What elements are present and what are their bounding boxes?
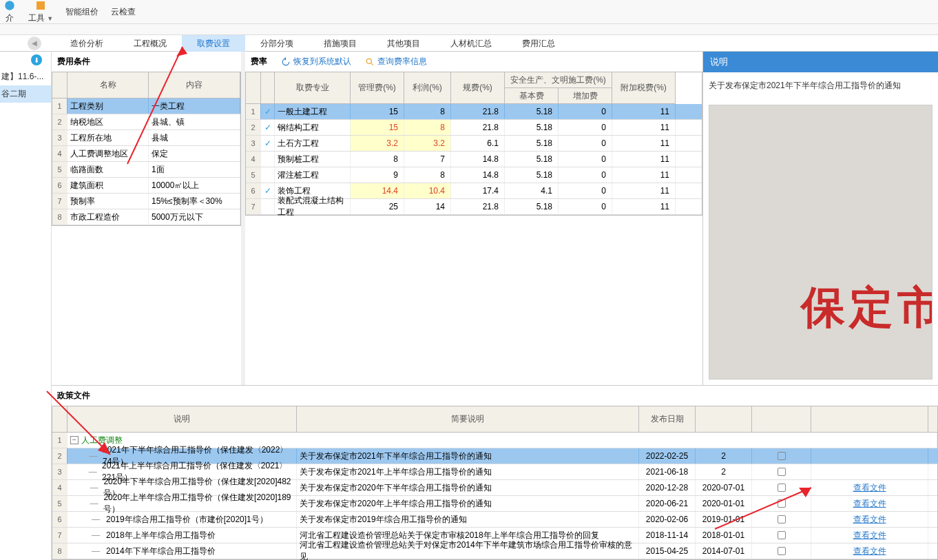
rate-row[interactable]: 2✓钢结构工程15821.85.18011 bbox=[246, 120, 702, 136]
tool-smart[interactable]: 智能组价 bbox=[65, 6, 98, 18]
view-file-link[interactable]: 查看文件 bbox=[853, 514, 886, 526]
rate-row[interactable]: 7装配式混凝土结构工程251421.85.18011 bbox=[246, 199, 702, 215]
cond-row[interactable]: 4人工费调整地区保定 bbox=[52, 146, 240, 162]
view-file-link[interactable]: 查看文件 bbox=[853, 482, 886, 494]
collapse-icon[interactable]: ◀ bbox=[28, 37, 41, 50]
cond-row[interactable]: 6建筑面积10000㎡以上 bbox=[52, 178, 240, 194]
doc-row[interactable]: 6—2019年综合用工指导价（市建价[2020]1号）关于发布保定市2019年综… bbox=[52, 512, 937, 528]
doc-row[interactable]: 8—2014年下半年综合用工指导价河北省工程建设造价管理总站关于对保定市2014… bbox=[52, 543, 937, 559]
doc-checkbox[interactable] bbox=[778, 515, 786, 523]
tab-lcm[interactable]: 人材机汇总 bbox=[435, 35, 507, 52]
doc-checkbox[interactable] bbox=[778, 468, 786, 476]
rate-row[interactable]: 4预制桩工程8714.85.18011 bbox=[246, 152, 702, 167]
tool-tools[interactable]: 工具 ▼ bbox=[28, 0, 53, 24]
doc-checkbox[interactable] bbox=[778, 452, 786, 460]
cond-row[interactable]: 8市政工程造价5000万元以下 bbox=[52, 209, 240, 225]
desc-title: 说明 bbox=[703, 52, 938, 72]
download-icon[interactable]: ⬇ bbox=[31, 54, 42, 65]
cond-hdr-name: 名称 bbox=[67, 72, 149, 98]
tab-fee-settings[interactable]: 取费设置 bbox=[182, 35, 245, 52]
rate-row[interactable]: 3✓土石方工程3.23.26.15.18011 bbox=[246, 136, 702, 152]
query-rate-link[interactable]: 查询费率信息 bbox=[365, 56, 427, 68]
rate-title: 费率 bbox=[251, 56, 267, 68]
view-file-link[interactable]: 查看文件 bbox=[853, 546, 886, 557]
rate-row[interactable]: 5灌注桩工程9814.85.18011 bbox=[246, 167, 702, 183]
doc-row[interactable]: 5—2020年上半年综合用工指导价（保住建发[2020]189号）关于发布保定市… bbox=[52, 496, 937, 512]
view-file-link[interactable]: 查看文件 bbox=[853, 498, 886, 510]
tab-measures[interactable]: 措施项目 bbox=[309, 35, 372, 52]
project-node[interactable]: 建】11.6-... bbox=[0, 68, 51, 85]
desc-text: 关于发布保定市2021年下半年综合用工指导价的通知 bbox=[703, 72, 938, 99]
tool-intro[interactable]: 介 bbox=[3, 0, 16, 24]
cond-title: 费用条件 bbox=[52, 52, 241, 72]
rate-row[interactable]: 1✓一般土建工程15821.85.18011 bbox=[246, 104, 702, 120]
cond-hdr-val: 内容 bbox=[149, 72, 240, 98]
cond-row[interactable]: 1工程类别一类工程 bbox=[52, 98, 240, 114]
tab-summary[interactable]: 费用汇总 bbox=[507, 35, 570, 52]
svg-point-0 bbox=[5, 1, 14, 10]
doc-checkbox[interactable] bbox=[778, 547, 786, 555]
tool-cloud[interactable]: 云检查 bbox=[111, 6, 136, 18]
docs-title: 政策文件 bbox=[52, 385, 938, 406]
desc-panel: 说明 关于发布保定市2021年下半年综合用工指导价的通知 保定市 bbox=[702, 52, 938, 385]
cond-row[interactable]: 7预制率15%≤预制率＜30% bbox=[52, 194, 240, 209]
doc-checkbox[interactable] bbox=[778, 531, 786, 539]
tab-cost-analysis[interactable]: 造价分析 bbox=[55, 35, 118, 52]
project-tree: ⬇ 建】11.6-... 谷二期 bbox=[0, 52, 52, 560]
doc-checkbox[interactable] bbox=[778, 484, 786, 492]
tab-sub-items[interactable]: 分部分项 bbox=[245, 35, 309, 52]
cond-row[interactable]: 5临路面数1面 bbox=[52, 162, 240, 178]
collapse-icon[interactable]: − bbox=[70, 436, 79, 444]
tab-other[interactable]: 其他项目 bbox=[372, 35, 435, 52]
svg-rect-1 bbox=[37, 1, 45, 10]
nav-tabs: ◀ 造价分析 工程概况 取费设置 分部分项 措施项目 其他项目 人材机汇总 费用… bbox=[0, 35, 938, 52]
top-toolbar: 介 工具 ▼ 智能组价 云检查 bbox=[0, 0, 938, 24]
doc-preview: 保定市 bbox=[709, 105, 932, 380]
svg-line-3 bbox=[371, 63, 373, 65]
doc-checkbox[interactable] bbox=[778, 499, 786, 508]
restore-default-link[interactable]: 恢复到系统默认 bbox=[281, 56, 351, 68]
tab-overview[interactable]: 工程概况 bbox=[118, 35, 182, 52]
project-node-active[interactable]: 谷二期 bbox=[0, 85, 51, 103]
cond-row[interactable]: 3工程所在地县城 bbox=[52, 130, 240, 146]
view-file-link[interactable]: 查看文件 bbox=[853, 530, 886, 541]
cond-row[interactable]: 2纳税地区县城、镇 bbox=[52, 114, 240, 130]
